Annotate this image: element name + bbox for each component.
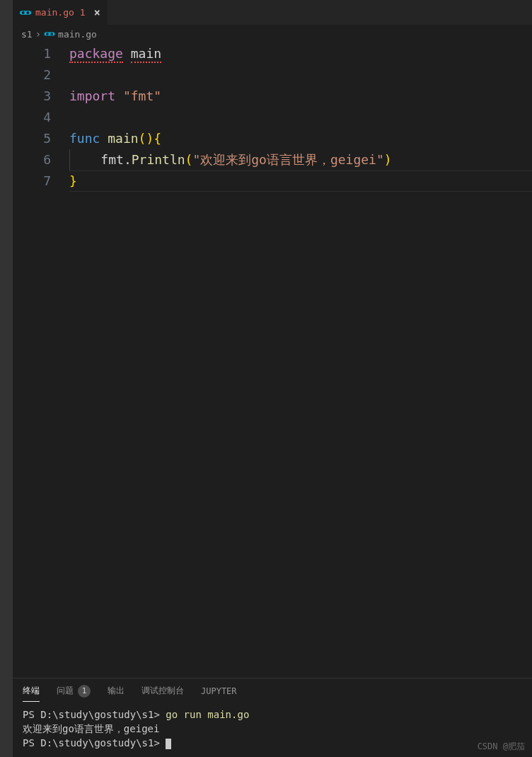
code-line[interactable] <box>69 107 532 128</box>
token-keyword: func <box>69 131 100 146</box>
token-identifier: main <box>131 46 161 63</box>
minimap[interactable] <box>528 43 532 678</box>
activity-bar <box>0 0 13 757</box>
token-funcname: Println <box>132 152 185 167</box>
terminal-content[interactable]: PS D:\study\gostudy\s1> go run main.go 欢… <box>13 703 532 757</box>
terminal-prompt: PS D:\study\gostudy\s1> <box>23 737 160 749</box>
line-number-gutter: 1 2 3 4 5 6 7 <box>13 43 69 678</box>
terminal-prompt: PS D:\study\gostudy\s1> <box>23 709 160 720</box>
editor-tab-main-go[interactable]: main.go 1 × <box>13 0 108 25</box>
token-package: fmt <box>100 152 124 167</box>
token-keyword: import <box>69 88 115 103</box>
panel-tab-label: 问题 <box>57 685 74 697</box>
token-string: "fmt" <box>123 88 161 103</box>
svg-point-4 <box>46 33 49 35</box>
panel-tab-label: 输出 <box>108 685 125 697</box>
code-content[interactable]: package main import "fmt" func main(){ f… <box>69 43 532 678</box>
svg-point-2 <box>26 11 29 14</box>
chevron-right-icon: › <box>35 28 41 40</box>
line-number: 2 <box>13 64 51 86</box>
terminal-command: go run main.go <box>166 709 249 720</box>
code-editor[interactable]: 1 2 3 4 5 6 7 package main import "fmt" … <box>13 43 532 678</box>
terminal-line: PS D:\study\gostudy\s1> go run main.go <box>23 707 522 722</box>
token-keyword: package <box>69 46 123 63</box>
panel-tab-label: 终端 <box>23 685 40 697</box>
token-funcname: main <box>108 131 138 146</box>
tab-terminal[interactable]: 终端 <box>23 681 40 702</box>
problems-count-badge: 1 <box>78 685 91 698</box>
tab-jupyter[interactable]: JUPYTER <box>201 682 237 700</box>
code-line[interactable] <box>69 64 532 86</box>
go-file-icon <box>44 30 55 38</box>
terminal-line: PS D:\study\gostudy\s1> <box>23 736 522 750</box>
line-number: 7 <box>13 171 51 192</box>
code-line[interactable]: package main <box>69 43 532 64</box>
go-file-icon <box>20 8 31 17</box>
terminal-line: 欢迎来到go语言世界，geigei <box>23 722 522 736</box>
breadcrumb-folder[interactable]: s1 <box>21 29 33 40</box>
watermark: CSDN @肥茄 <box>478 741 525 753</box>
main-area: main.go 1 × s1 › main.go 1 2 3 4 5 6 7 p… <box>13 0 532 757</box>
tab-modified-badge: 1 <box>80 7 86 18</box>
token-brace: } <box>69 173 77 188</box>
code-line[interactable]: import "fmt" <box>69 86 532 107</box>
line-number: 1 <box>13 43 51 64</box>
token-dot: . <box>124 152 132 167</box>
token-paren: ( <box>185 152 193 167</box>
code-line[interactable]: } <box>69 171 532 192</box>
bottom-panel: 终端 问题1 输出 调试控制台 JUPYTER PS D:\study\gost… <box>13 678 532 757</box>
line-number: 4 <box>13 107 51 128</box>
token-string: "欢迎来到go语言世界，geigei" <box>192 152 383 167</box>
svg-point-5 <box>50 33 53 35</box>
code-line[interactable]: func main(){ <box>69 128 532 149</box>
line-number: 6 <box>13 149 51 171</box>
tab-output[interactable]: 输出 <box>108 681 125 701</box>
tab-problems[interactable]: 问题1 <box>57 681 91 702</box>
panel-tab-label: JUPYTER <box>201 686 237 696</box>
svg-point-1 <box>22 11 25 14</box>
panel-tab-label: 调试控制台 <box>141 685 184 697</box>
breadcrumb-file[interactable]: main.go <box>58 29 97 40</box>
line-number: 5 <box>13 128 51 149</box>
line-number: 3 <box>13 86 51 107</box>
svg-rect-3 <box>45 33 55 36</box>
cursor-icon <box>166 739 171 749</box>
token-paren: ) <box>384 152 392 167</box>
tab-debug-console[interactable]: 调试控制台 <box>141 681 184 701</box>
svg-rect-0 <box>20 11 31 14</box>
close-icon[interactable]: × <box>94 6 100 19</box>
token-brace: { <box>154 131 161 146</box>
tab-bar: main.go 1 × <box>13 0 532 25</box>
tab-filename: main.go <box>35 7 74 18</box>
code-line[interactable]: fmt.Println("欢迎来到go语言世界，geigei") <box>69 149 532 171</box>
token-paren: () <box>139 131 154 146</box>
panel-tab-bar: 终端 问题1 输出 调试控制台 JUPYTER <box>13 678 532 703</box>
breadcrumb[interactable]: s1 › main.go <box>13 25 532 43</box>
